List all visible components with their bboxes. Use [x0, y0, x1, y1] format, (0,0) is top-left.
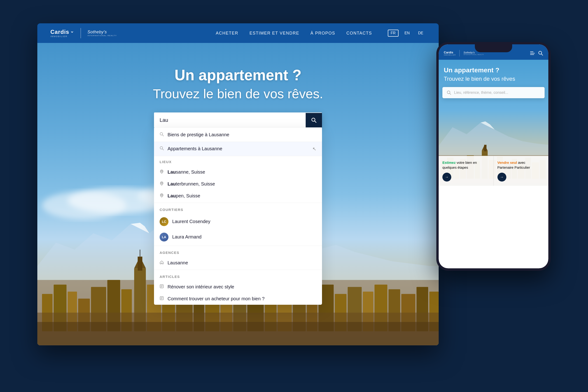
- phone-cardis-sub: IMMOBILIER: [444, 54, 456, 56]
- phone-logo-div: [460, 50, 460, 56]
- mag-icon-1: [160, 132, 164, 138]
- phone-nav-icons: [530, 50, 543, 56]
- phone-menu-icon[interactable]: [530, 50, 535, 56]
- search-icon: [311, 118, 316, 123]
- search-dropdown: Biens de prestige à Lausanne Appartement…: [154, 128, 322, 305]
- svg-point-48: [161, 182, 162, 184]
- phone-hero-title: Un appartement ?: [444, 66, 543, 74]
- hero-subtitle: Trouvez le bien de vos rêves.: [153, 86, 323, 101]
- divider-3: [154, 270, 322, 270]
- phone-search-icon[interactable]: [538, 51, 543, 56]
- vendre-text1: avec: [518, 160, 526, 164]
- mag-icon-2: [160, 146, 164, 152]
- phone-search-placeholder: Lieu, référence, thème, conseil...: [454, 90, 508, 95]
- hero-content: Un appartement ? Trouvez le bien de vos …: [37, 43, 439, 345]
- section-articles: ARTICLES: [154, 271, 322, 281]
- suggestion-1[interactable]: Biens de prestige à Lausanne: [154, 128, 322, 142]
- location-icon-1: [160, 170, 164, 175]
- vendre-highlight: Vendre seul: [498, 160, 517, 164]
- navbar: Cardis IMMOBILIER Sotheby's INTERNATIONA…: [37, 23, 439, 43]
- phone-card-vendre: Vendre seul avec Partenaire Particulier …: [494, 156, 548, 186]
- article-2[interactable]: Comment trouver un acheteur pour mon bie…: [154, 293, 322, 305]
- phone-card-estimer-title: Estimez votre bien en quelques étapes: [442, 160, 490, 170]
- svg-point-43: [160, 132, 163, 135]
- search-button[interactable]: [306, 113, 322, 128]
- language-switcher: FR EN DE: [388, 30, 426, 37]
- lieu-2[interactable]: Lauterbrunnen, Suisse: [154, 178, 322, 190]
- avatar-la: LA: [160, 233, 168, 242]
- courtier-1[interactable]: LC Laurent Cosendey: [154, 214, 322, 229]
- phone-cardis: Cardis: [444, 51, 456, 54]
- svg-line-62: [541, 54, 543, 55]
- nav-acheter[interactable]: ACHETER: [216, 31, 238, 36]
- phone-hero-subtitle: Trouvez le bien de vos rêves: [444, 75, 543, 82]
- phone-card-estimer-arrow[interactable]: →: [442, 173, 451, 182]
- agence-1[interactable]: Lausanne: [154, 257, 322, 269]
- location-icon-3: [160, 193, 164, 198]
- svg-point-47: [161, 170, 162, 172]
- sothebys-name: Sotheby's: [88, 30, 117, 34]
- svg-line-42: [315, 121, 316, 122]
- logo-divider: [80, 28, 81, 38]
- home-icon: [160, 260, 164, 266]
- main-wrapper: Cardis IMMOBILIER Sotheby's INTERNATIONA…: [37, 23, 551, 369]
- svg-point-45: [160, 146, 163, 149]
- nav-estimer[interactable]: ESTIMER ET VENDRE: [250, 31, 299, 36]
- cardis-chevron-icon: [70, 30, 74, 34]
- location-icon-2: [160, 181, 164, 187]
- nav-contacts[interactable]: CONTACTS: [346, 31, 372, 36]
- phone-hero: Un appartement ? Trouvez le bien de vos …: [439, 60, 548, 186]
- phone-sothebys-sub: INTERNATIONAL REALTY: [464, 54, 484, 55]
- phone-card-vendre-arrow[interactable]: →: [498, 173, 506, 182]
- article-icon-2: [160, 296, 164, 302]
- divider-1: [154, 203, 322, 203]
- suggestion-2[interactable]: Appartements à Lausanne ↖: [154, 142, 322, 156]
- cursor-icon: ↖: [312, 146, 316, 152]
- lang-de[interactable]: DE: [416, 30, 426, 36]
- desktop-window: Cardis IMMOBILIER Sotheby's INTERNATIONA…: [37, 23, 439, 345]
- logo-cardis: Cardis IMMOBILIER: [50, 29, 74, 38]
- phone-card-estimer: Estimez votre bien en quelques étapes →: [439, 156, 494, 186]
- phone-search-mag-icon: [446, 90, 451, 95]
- lieu-3[interactable]: Laupen, Suisse: [154, 190, 322, 202]
- section-lieux: LIEUX: [154, 156, 322, 166]
- cardis-name: Cardis: [50, 29, 69, 35]
- section-agences: AGENCES: [154, 247, 322, 257]
- phone-card-vendre-title: Vendre seul avec Partenaire Particulier: [498, 160, 545, 170]
- lang-en[interactable]: EN: [402, 30, 412, 36]
- hero-section: Un appartement ? Trouvez le bien de vos …: [37, 43, 439, 345]
- svg-rect-74: [484, 145, 486, 152]
- hero-title: Un appartement ?: [174, 66, 302, 84]
- section-courtiers: COURTIERS: [154, 204, 322, 214]
- estimer-highlight: Estimez: [442, 160, 456, 164]
- divider-2: [154, 246, 322, 246]
- phone-notch: [475, 44, 512, 52]
- search-input[interactable]: [154, 112, 306, 128]
- lieu-1[interactable]: Lausanne, Suisse: [154, 166, 322, 178]
- sothebys-sub: INTERNATIONAL REALTY: [88, 34, 117, 37]
- search-container: Biens de prestige à Lausanne Appartement…: [154, 112, 322, 128]
- phone-bottom-cards: Estimez votre bien en quelques étapes → …: [439, 156, 548, 186]
- cardis-sub: IMMOBILIER: [50, 35, 68, 38]
- avatar-lc: LC: [160, 217, 168, 226]
- courtier-2[interactable]: LA Laura Armand: [154, 229, 322, 245]
- logo-area: Cardis IMMOBILIER Sotheby's INTERNATIONA…: [50, 28, 117, 38]
- svg-point-49: [161, 194, 162, 196]
- nav-apropos[interactable]: À PROPOS: [310, 31, 335, 36]
- svg-line-44: [162, 135, 164, 136]
- search-input-row: [154, 112, 322, 128]
- vendre-text2: Partenaire Particulier: [498, 166, 530, 170]
- nav-links: ACHETER ESTIMER ET VENDRE À PROPOS CONTA…: [216, 30, 426, 37]
- svg-line-46: [162, 149, 164, 150]
- phone-search-bar[interactable]: Lieu, référence, thème, conseil...: [442, 87, 544, 98]
- svg-line-84: [450, 93, 451, 94]
- mobile-phone: Cardis IMMOBILIER Sotheby's INTERNATIONA…: [436, 42, 551, 271]
- lang-fr[interactable]: FR: [388, 30, 398, 37]
- article-1[interactable]: Rénover son intérieur avec style: [154, 281, 322, 293]
- phone-hero-content: Un appartement ? Trouvez le bien de vos …: [439, 60, 548, 82]
- phone-screen: Cardis IMMOBILIER Sotheby's INTERNATIONA…: [439, 44, 548, 268]
- logo-sothebys: Sotheby's INTERNATIONAL REALTY: [88, 30, 117, 37]
- article-icon-1: [160, 284, 164, 290]
